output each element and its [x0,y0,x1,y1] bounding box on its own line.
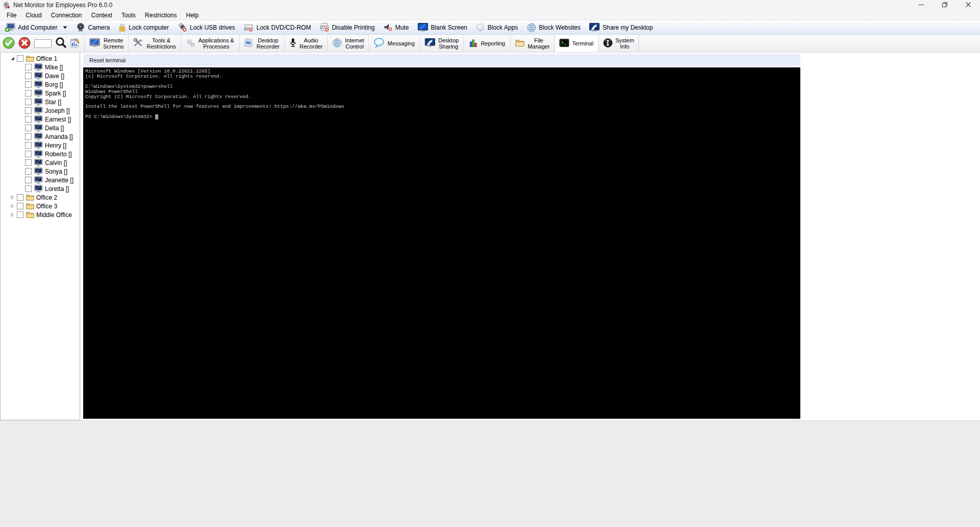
add-computer-button[interactable]: Add Computer [5,23,67,32]
computer-icon [34,63,43,71]
lock-computer-button[interactable]: Lock computer [118,23,169,32]
computer-label: Dave [] [45,73,64,80]
tree-computer-dave[interactable]: Dave [] [1,71,80,80]
tab-desktop-recorder[interactable]: DesktopRecorder [239,35,285,52]
terminal-output[interactable]: Microsoft Windows [Version 10.0.22621.12… [83,67,800,419]
search-input[interactable] [34,39,52,48]
restore-button[interactable] [933,0,957,10]
tab-label: FileManager [528,37,550,50]
log-viewer-button[interactable] [70,38,80,50]
group-label: Middle Office [36,211,72,219]
menu-connection[interactable]: Connection [46,11,87,19]
menu-context[interactable]: Context [86,11,116,19]
mute-button[interactable]: Mute [383,23,409,32]
tree-group-office-3[interactable]: Office 3 [1,202,80,210]
blank-screen-button[interactable]: Blank Screen [418,23,467,32]
tab-reporting[interactable]: Reporting [464,35,510,52]
desktop-sharing-icon [425,38,435,49]
computer-checkbox[interactable] [25,125,32,131]
tools-restrictions-icon [133,38,143,49]
disconnect-button[interactable] [18,37,31,51]
toolbar-button-label: Lock USB drives [190,24,235,31]
computer-checkbox[interactable] [25,90,32,97]
menu-restrictions[interactable]: Restrictions [140,11,182,19]
toolbar-button-label: Lock computer [129,24,169,31]
tree-computer-borg[interactable]: Borg [] [1,80,80,89]
tree-group-office-1[interactable]: Office 1 [1,54,80,63]
computer-checkbox[interactable] [25,116,32,123]
search-button[interactable] [55,37,67,50]
tree-computer-calvin[interactable]: Calvin [] [1,158,80,167]
tree-computer-mike[interactable]: Mike [] [1,63,80,71]
tree-computer-spark[interactable]: Spark [] [1,89,80,98]
tab-internet-control[interactable]: InternetControl [328,35,369,52]
computer-checkbox[interactable] [25,151,32,157]
group-checkbox[interactable] [17,211,23,218]
computer-checkbox[interactable] [25,64,32,70]
computer-checkbox[interactable] [25,168,32,175]
tree-computer-roberto[interactable]: Roberto [] [1,150,80,158]
tree-computer-star[interactable]: Star [] [1,98,80,106]
tab-label: Tools &Restrictions [146,37,176,50]
menu-help[interactable]: Help [181,11,203,19]
tree-computer-earnest[interactable]: Earnest [] [1,115,80,124]
expander-collapsed-icon[interactable] [10,204,17,208]
computer-checkbox[interactable] [25,133,32,140]
tree-computer-amanda[interactable]: Amanda [] [1,132,80,141]
close-button[interactable] [957,0,980,10]
caret-down-icon[interactable] [63,26,67,29]
tab-desktop-sharing[interactable]: DesktopSharing [420,35,464,52]
expander-collapsed-icon[interactable] [10,195,17,200]
feature-tabs: RemoteScreensTools &RestrictionsApplicat… [85,35,639,52]
toolbar-button-label: Camera [88,24,110,31]
group-checkbox[interactable] [17,203,23,209]
minimize-button[interactable] [910,0,933,10]
tab-audio-recorder[interactable]: AudioRecorder [285,35,328,52]
share-my-desktop-button[interactable]: Share my Desktop [589,23,653,32]
tree-computer-loretta[interactable]: Loretta [] [1,184,80,193]
disable-printing-button[interactable]: Disable Printing [320,23,375,32]
computer-checkbox[interactable] [25,81,32,88]
reset-terminal-button[interactable]: Reset terminal [89,57,126,63]
lock-usb-icon [178,23,187,32]
tab-remote-screens[interactable]: RemoteScreens [85,35,129,52]
tab-terminal[interactable]: Terminal [554,35,599,52]
expander-collapsed-icon[interactable] [10,212,17,217]
computer-icon [34,115,43,123]
tab-file-manager[interactable]: FileManager [510,35,555,52]
menu-tools[interactable]: Tools [117,11,140,19]
tree-computer-henry[interactable]: Henry [] [1,141,80,150]
tree-group-middle-office[interactable]: Middle Office [1,210,80,219]
computer-checkbox[interactable] [25,99,32,105]
computer-label: Spark [] [45,90,66,97]
tab-applications-processes[interactable]: Applications &Processes [181,35,239,52]
menu-cloud[interactable]: Cloud [21,11,46,19]
computer-checkbox[interactable] [25,142,32,149]
tab-label: Messaging [387,40,414,46]
computer-checkbox[interactable] [25,107,32,114]
tab-system-info[interactable]: SystemInfo [599,35,640,52]
terminal-icon [559,39,569,49]
tree-group-office-2[interactable]: Office 2 [1,193,80,202]
tree-computer-della[interactable]: Della [] [1,124,80,132]
tree-computer-sonya[interactable]: Sonya [] [1,167,80,176]
tree-computer-joseph[interactable]: Joseph [] [1,106,80,115]
computer-checkbox[interactable] [25,73,32,79]
menu-file[interactable]: File [2,11,21,19]
lock-dvd-button[interactable]: Lock DVD/CD-ROM [243,23,311,32]
tab-tools-restrictions[interactable]: Tools &Restrictions [129,35,181,52]
group-checkbox[interactable] [17,194,23,201]
group-checkbox[interactable] [17,55,23,62]
lock-usb-drives-button[interactable]: Lock USB drives [178,23,235,32]
tree-computer-jeanette[interactable]: Jeanette [] [1,176,80,184]
toolbar-button-label: Disable Printing [332,24,375,31]
computer-checkbox[interactable] [25,177,32,183]
block-websites-button[interactable]: Block Websites [527,23,581,32]
connect-button[interactable] [3,37,15,51]
expander-expanded-icon[interactable] [10,56,17,61]
camera-button[interactable]: Camera [76,23,110,32]
computer-checkbox[interactable] [25,159,32,166]
block-apps-button[interactable]: Block Apps [476,23,518,32]
computer-checkbox[interactable] [25,185,32,192]
tab-messaging[interactable]: Messaging [369,35,420,52]
